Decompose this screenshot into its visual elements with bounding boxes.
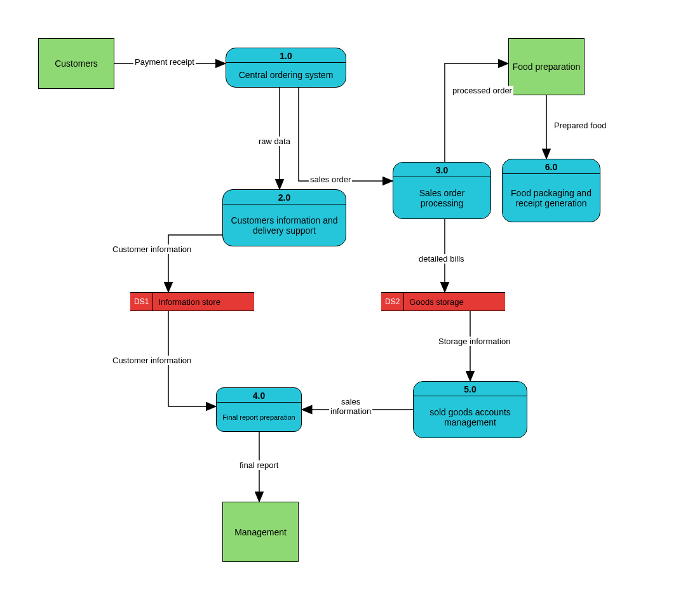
flow-label: detailed bills <box>417 254 466 264</box>
flow-label: Customer information <box>111 356 193 365</box>
process-6: 6.0 Food packaging and receipt generatio… <box>502 159 600 222</box>
flow-label: salesinformation <box>329 397 372 416</box>
process-2: 2.0 Customers information and delivery s… <box>222 189 346 246</box>
entity-label: Customers <box>55 58 98 69</box>
process-name: sold goods accounts management <box>414 396 527 438</box>
flow-label: Customer information <box>111 244 193 254</box>
flow-label: sales order <box>309 175 352 184</box>
dfd-diagram: Customers Food preparation Management 1.… <box>0 0 683 616</box>
process-3: 3.0 Sales order processing <box>393 162 491 219</box>
entity-label: Management <box>234 527 287 537</box>
entity-food-preparation: Food preparation <box>508 38 585 95</box>
process-number: 2.0 <box>223 190 346 204</box>
process-name: Sales order processing <box>393 177 490 218</box>
entity-management: Management <box>222 502 299 562</box>
datastore-name: Information store <box>153 293 226 311</box>
process-number: 1.0 <box>226 48 346 63</box>
entity-customers: Customers <box>38 38 114 89</box>
datastore-id: DS2 <box>381 293 404 311</box>
process-name: Food packaging and receipt generation <box>503 174 600 222</box>
process-name: Final report preparation <box>217 403 301 431</box>
process-number: 6.0 <box>503 159 600 174</box>
datastore-name: Goods storage <box>404 293 468 311</box>
flow-label: final report <box>238 460 280 470</box>
datastore-ds2: DS2 Goods storage <box>381 292 505 311</box>
process-5: 5.0 sold goods accounts management <box>413 381 527 438</box>
process-name: Central ordering system <box>226 63 346 87</box>
flow-label: Storage information <box>437 337 511 346</box>
datastore-id: DS1 <box>130 293 153 311</box>
flow-label: raw data <box>257 137 292 146</box>
flow-label: Prepared food <box>553 121 607 130</box>
entity-label: Food preparation <box>513 62 581 72</box>
flow-text: salesinformation <box>330 397 371 416</box>
flow-label: Payment receipt <box>133 57 196 67</box>
process-number: 3.0 <box>393 163 490 177</box>
process-name: Customers information and delivery suppo… <box>223 204 346 246</box>
flow-label: processed order <box>451 86 513 95</box>
process-1: 1.0 Central ordering system <box>226 48 346 88</box>
process-4: 4.0 Final report preparation <box>216 387 302 432</box>
datastore-ds1: DS1 Information store <box>130 292 254 311</box>
process-number: 4.0 <box>217 388 301 403</box>
process-number: 5.0 <box>414 382 527 396</box>
